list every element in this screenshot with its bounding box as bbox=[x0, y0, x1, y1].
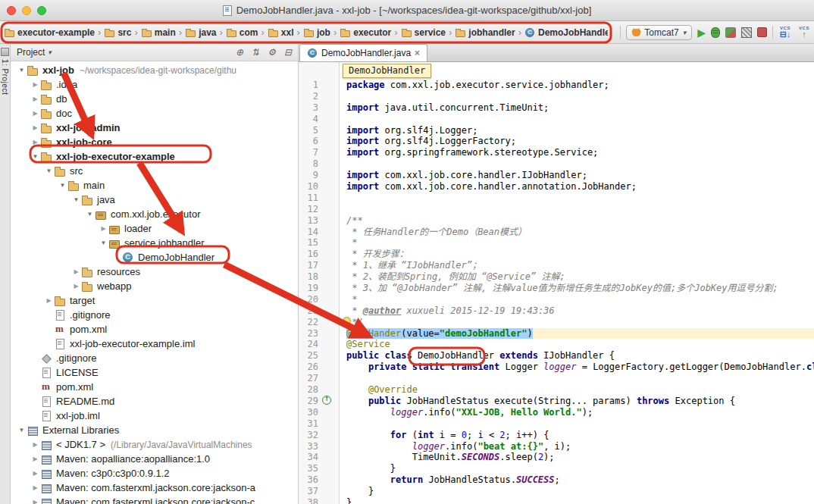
tree-item-service.jobhandler[interactable]: ▼service.jobhandler bbox=[11, 236, 298, 250]
collapsed-toggle-icon[interactable]: ▶ bbox=[30, 95, 40, 102]
gutter-line-17[interactable]: 17 bbox=[299, 260, 339, 271]
close-button[interactable] bbox=[7, 6, 16, 15]
gutter-line-36[interactable]: 36 bbox=[299, 474, 339, 486]
gutter-line-32[interactable]: 32 bbox=[299, 430, 339, 441]
tree-item-maven-com.fasterxml.jackson.core-jackson-c[interactable]: ▶Maven: com.fasterxml.jackson.core:jacks… bbox=[11, 495, 298, 504]
tree-item-java[interactable]: ▼java bbox=[11, 193, 298, 207]
gutter-line-30[interactable]: 30 bbox=[299, 407, 339, 418]
code-line-29[interactable]: public JobHandleStatus execute(String...… bbox=[346, 396, 814, 407]
gutter-line-24[interactable]: 24 bbox=[299, 339, 339, 350]
code-line-28[interactable]: @Override bbox=[346, 384, 814, 396]
vcs-commit-button[interactable]: VCS ↑ bbox=[797, 26, 811, 39]
code-line-27[interactable] bbox=[346, 373, 814, 384]
gutter-line-4[interactable]: 4 bbox=[299, 114, 339, 125]
tree-item-pom.xml[interactable]: pom.xml bbox=[11, 380, 298, 394]
override-marker-icon[interactable] bbox=[322, 396, 331, 405]
code-line-11[interactable] bbox=[346, 193, 814, 204]
collapsed-toggle-icon[interactable]: ▶ bbox=[71, 268, 81, 275]
gutter-line-26[interactable]: 26 bbox=[299, 362, 339, 373]
gutter-line-13[interactable]: 13 bbox=[299, 215, 339, 227]
expanded-toggle-icon[interactable]: ▼ bbox=[44, 167, 54, 174]
gutter-line-23[interactable]: 23 bbox=[299, 328, 339, 340]
code-line-9[interactable]: import com.xxl.job.core.handler.IJobHand… bbox=[346, 170, 814, 181]
gutter-line-7[interactable]: 7 bbox=[299, 147, 339, 158]
tree-item-xxl-job-executor-example[interactable]: ▼xxl-job-executor-example bbox=[11, 149, 298, 164]
code-line-10[interactable]: import com.xxl.job.core.handler.annotati… bbox=[346, 181, 814, 193]
collapsed-toggle-icon[interactable]: ▶ bbox=[30, 470, 40, 477]
tree-item-demojobhandler[interactable]: DemoJobHandler bbox=[11, 250, 298, 265]
tree-item-pom.xml[interactable]: pom.xml bbox=[11, 322, 298, 337]
code-line-23[interactable]: @JobHander(value="demoJobHandler") bbox=[346, 328, 814, 340]
tree-item-xxl-job-admin[interactable]: ▶xxl-job-admin bbox=[11, 121, 298, 135]
gutter-line-31[interactable]: 31 bbox=[299, 418, 339, 430]
expanded-toggle-icon[interactable]: ▼ bbox=[17, 67, 27, 74]
tree-item-maven-aopalliance-aopalliance-1.0[interactable]: ▶Maven: aopalliance:aopalliance:1.0 bbox=[11, 452, 298, 466]
code-line-4[interactable] bbox=[346, 114, 814, 125]
tree-item-external-libraries[interactable]: ▼External Libraries bbox=[11, 423, 298, 437]
collapsed-toggle-icon[interactable]: ▶ bbox=[30, 81, 40, 88]
tree-item-target[interactable]: ▶target bbox=[11, 293, 298, 308]
breadcrumb-com[interactable]: com bbox=[224, 26, 261, 39]
code-line-5[interactable]: import org.slf4j.Logger; bbox=[346, 125, 814, 136]
tree-item-webapp[interactable]: ▶webapp bbox=[11, 279, 298, 293]
locate-icon[interactable] bbox=[236, 47, 243, 58]
code-line-12[interactable] bbox=[346, 204, 814, 215]
gutter-line-28[interactable]: 28 bbox=[299, 384, 339, 396]
gutter-line-16[interactable]: 16 bbox=[299, 249, 339, 260]
coverage-button[interactable] bbox=[725, 27, 736, 38]
gutter-line-3[interactable]: 3 bbox=[299, 102, 339, 114]
tree-item-loader[interactable]: ▶loader bbox=[11, 221, 298, 236]
tree-item-xxl-job[interactable]: ▼xxl-job~/workspaces/idea-git-workspace/… bbox=[11, 63, 298, 77]
settings-gear-icon[interactable] bbox=[268, 47, 276, 58]
code-line-25[interactable]: public class DemoJobHandler extends IJob… bbox=[346, 350, 814, 362]
project-panel-title[interactable]: Project bbox=[17, 47, 52, 58]
run-button[interactable] bbox=[697, 27, 706, 38]
gutter-line-6[interactable]: 6 bbox=[299, 136, 339, 147]
tree-item-.gitignore[interactable]: .gitignore bbox=[11, 308, 298, 322]
collapsed-toggle-icon[interactable]: ▶ bbox=[30, 499, 40, 504]
expanded-toggle-icon[interactable]: ▼ bbox=[30, 153, 40, 160]
run-configuration-selector[interactable]: Tomcat7 bbox=[626, 25, 692, 40]
code-line-2[interactable] bbox=[346, 91, 814, 102]
profiler-button[interactable] bbox=[741, 27, 752, 38]
gutter-line-2[interactable]: 2 bbox=[299, 91, 339, 102]
tree-item-maven-c3p0-c3p0-0.9.1.2[interactable]: ▶Maven: c3p0:c3p0:0.9.1.2 bbox=[11, 466, 298, 481]
code-line-14[interactable]: * 任务Handler的一个Demo（Bean模式） bbox=[346, 227, 814, 238]
project-toolwindow-button[interactable]: 1: Project bbox=[1, 59, 9, 95]
gutter-line-33[interactable]: 33 bbox=[299, 441, 339, 452]
breadcrumb-job[interactable]: job bbox=[301, 26, 333, 39]
collapsed-toggle-icon[interactable]: ▶ bbox=[99, 225, 108, 232]
code-line-7[interactable]: import org.springframework.stereotype.Se… bbox=[346, 147, 814, 158]
breadcrumb-demojobhandler[interactable]: DemoJobHandler bbox=[522, 26, 608, 39]
collapsed-toggle-icon[interactable]: ▶ bbox=[30, 441, 40, 448]
gutter-line-18[interactable]: 18 bbox=[299, 271, 339, 283]
tree-item-main[interactable]: ▼main bbox=[11, 178, 298, 193]
tree-item-resources[interactable]: ▶resources bbox=[11, 265, 298, 279]
breadcrumb-java[interactable]: java bbox=[183, 26, 218, 39]
gutter-line-1[interactable]: 1 bbox=[299, 80, 339, 91]
breadcrumb-executor[interactable]: executor bbox=[337, 26, 393, 39]
code-line-20[interactable]: * bbox=[346, 294, 814, 305]
tree-item-xxl-job.iml[interactable]: xxl-job.iml bbox=[11, 409, 298, 423]
code-editor[interactable]: DemoJobHandler 1234567891011121314151617… bbox=[299, 62, 814, 504]
gutter-line-37[interactable]: 37 bbox=[299, 486, 339, 497]
expanded-toggle-icon[interactable]: ▼ bbox=[99, 239, 108, 246]
collapsed-toggle-icon[interactable]: ▶ bbox=[30, 484, 40, 491]
vcs-update-button[interactable]: VCS ↓ bbox=[778, 26, 792, 39]
code-line-26[interactable]: private static transient Logger logger =… bbox=[346, 362, 814, 373]
tree-item-license[interactable]: LICENSE bbox=[11, 365, 298, 380]
code-line-16[interactable]: * 开发步骤： bbox=[346, 249, 814, 260]
gutter-line-29[interactable]: 29 bbox=[299, 396, 339, 407]
breadcrumb-jobhandler[interactable]: jobhandler bbox=[452, 26, 517, 39]
code-line-31[interactable] bbox=[346, 418, 814, 430]
breadcrumb-xxl[interactable]: xxl bbox=[265, 26, 296, 39]
collapsed-toggle-icon[interactable]: ▶ bbox=[30, 110, 40, 117]
breadcrumb-src[interactable]: src bbox=[102, 26, 133, 39]
tree-item-.gitignore[interactable]: .gitignore bbox=[11, 351, 298, 365]
expanded-toggle-icon[interactable]: ▼ bbox=[71, 196, 81, 203]
tree-item-readme.md[interactable]: README.md bbox=[11, 394, 298, 409]
gutter-line-20[interactable]: 20 bbox=[299, 294, 339, 305]
gutter-line-35[interactable]: 35 bbox=[299, 463, 339, 474]
code-line-36[interactable]: return JobHandleStatus.SUCCESS; bbox=[346, 474, 814, 486]
code-line-1[interactable]: package com.xxl.job.executor.service.job… bbox=[346, 80, 814, 91]
